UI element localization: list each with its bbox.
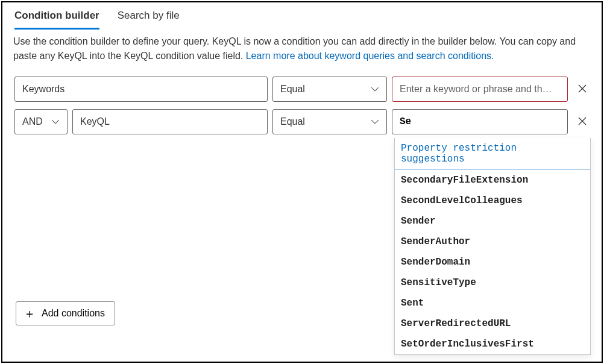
suggestion-item[interactable]: SenderDomain (395, 252, 590, 272)
tab-bar: Condition builder Search by file (2, 2, 602, 30)
chevron-down-icon (51, 118, 60, 126)
suggestion-item[interactable]: SecondLevelColleagues (395, 190, 590, 211)
field-label: KeyQL (80, 116, 110, 127)
condition-row: Keywords Equal Enter a keyword or phrase… (14, 77, 590, 102)
condition-row: AND KeyQL Equal Se (14, 109, 590, 134)
suggestion-item[interactable]: Sender (395, 211, 590, 231)
suggestions-dropdown: Property restriction suggestions Seconda… (394, 138, 591, 355)
remove-row-button[interactable] (576, 116, 588, 128)
suggestion-item[interactable]: Sent (395, 293, 590, 313)
logic-select[interactable]: AND (14, 109, 68, 134)
add-conditions-label: Add conditions (42, 308, 105, 319)
operator-select[interactable]: Equal (272, 77, 387, 102)
suggestion-item[interactable]: SensitiveType (395, 272, 590, 293)
description-text: Use the condition builder to define your… (2, 30, 602, 71)
logic-label: AND (22, 116, 43, 127)
close-icon (577, 84, 587, 95)
plus-icon: ＋ (24, 307, 36, 319)
operator-label: Equal (280, 116, 305, 127)
chevron-down-icon (371, 85, 379, 93)
field-select-keyql[interactable]: KeyQL (72, 109, 268, 134)
field-label: Keywords (22, 84, 64, 95)
condition-builder-panel: Condition builder Search by file Use the… (1, 1, 603, 363)
close-icon (577, 116, 587, 128)
tab-search-by-file[interactable]: Search by file (118, 7, 180, 30)
field-select-keywords[interactable]: Keywords (14, 77, 268, 102)
operator-select[interactable]: Equal (272, 109, 387, 134)
remove-row-button[interactable] (576, 83, 588, 95)
condition-rows: Keywords Equal Enter a keyword or phrase… (2, 71, 602, 134)
suggestion-item[interactable]: SecondaryFileExtension (395, 170, 590, 190)
suggestions-header: Property restriction suggestions (395, 138, 590, 170)
suggestion-item[interactable]: SenderAuthor (395, 231, 590, 252)
learn-more-link[interactable]: Learn more about keyword queries and sea… (246, 51, 494, 61)
add-conditions-button[interactable]: ＋ Add conditions (16, 301, 115, 325)
tab-condition-builder[interactable]: Condition builder (14, 7, 99, 30)
suggestion-item[interactable]: SetOrderInclusivesFirst (395, 334, 590, 354)
operator-label: Equal (280, 84, 305, 95)
value-input-keywords[interactable]: Enter a keyword or phrase and th… (392, 77, 568, 102)
suggestion-item[interactable]: ServerRedirectedURL (395, 313, 590, 334)
chevron-down-icon (371, 118, 379, 126)
value-input-keyql[interactable]: Se (392, 109, 568, 134)
